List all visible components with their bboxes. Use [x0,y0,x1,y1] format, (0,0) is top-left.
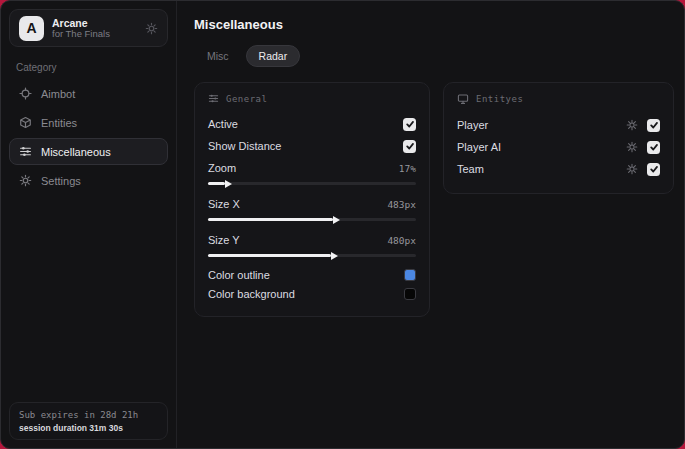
page-title: Miscellaneous [194,17,674,32]
sidebar-item-label: Entities [41,117,77,129]
gear-icon [19,174,32,187]
gear-icon[interactable] [145,22,158,35]
sidebar-item-label: Miscellaneous [41,146,111,158]
active-checkbox[interactable] [403,118,416,131]
size-y-value: 480px [387,235,416,246]
sidebar-item-label: Aimbot [41,88,75,100]
show-distance-checkbox[interactable] [403,140,416,153]
app-name: Arcane [52,17,110,29]
cube-icon [19,116,32,129]
color-outline-swatch[interactable] [404,269,416,281]
crosshair-icon [19,87,32,100]
setting-label: Show Distance [208,140,281,152]
sidebar-item-entities[interactable]: Entities [9,109,168,136]
brand-card: A Arcane for The Finals [9,9,168,47]
sliders-icon [19,145,32,158]
player-ai-checkbox[interactable] [647,141,660,154]
sliders-icon [208,93,219,104]
setting-row-color-background: Color background [208,284,416,303]
size-x-value: 483px [387,199,416,210]
setting-row-color-outline: Color outline [208,265,416,284]
slider-thumb[interactable] [331,252,338,260]
sidebar-item-aimbot[interactable]: Aimbot [9,80,168,107]
entity-row-player: Player [457,114,660,136]
entity-label: Player [457,119,488,131]
monitor-icon [457,93,469,105]
color-background-swatch[interactable] [404,288,416,300]
sidebar-item-miscellaneous[interactable]: Miscellaneous [9,138,168,165]
app-subtitle: for The Finals [52,29,110,40]
setting-row-size-x: Size X 483px [208,193,416,215]
size-x-slider[interactable] [208,218,416,221]
entity-row-player-ai: Player AI [457,136,660,158]
sidebar-item-label: Settings [41,175,81,187]
gear-icon[interactable] [626,119,638,131]
sidebar: A Arcane for The Finals Category Aimbot … [1,1,177,448]
gear-icon[interactable] [626,163,638,175]
general-panel: General Active Show Distance Zoom [194,82,430,317]
entities-panel: Entityes Player Player AI [443,82,674,194]
setting-label: Size Y [208,234,240,246]
setting-label: Zoom [208,162,236,174]
tab-radar[interactable]: Radar [246,45,301,67]
size-y-slider[interactable] [208,254,416,257]
setting-row-active: Active [208,113,416,135]
panel-title: General [226,94,267,104]
panel-title: Entityes [476,94,523,104]
tab-bar: Misc Radar [194,45,674,67]
setting-label: Color outline [208,269,270,281]
general-panel-header: General [208,93,416,104]
app-window: A Arcane for The Finals Category Aimbot … [0,0,685,449]
session-duration-text: session duration 31m 30s [19,423,158,433]
entities-panel-header: Entityes [457,93,660,105]
tab-misc[interactable]: Misc [194,45,242,67]
slider-thumb[interactable] [333,216,340,224]
setting-row-zoom: Zoom 17% [208,157,416,179]
setting-row-size-y: Size Y 480px [208,229,416,251]
player-checkbox[interactable] [647,119,660,132]
zoom-value: 17% [399,163,416,174]
entity-row-team: Team [457,158,660,180]
slider-thumb[interactable] [225,180,232,188]
setting-row-show-distance: Show Distance [208,135,416,157]
sidebar-item-settings[interactable]: Settings [9,167,168,194]
gear-icon[interactable] [626,141,638,153]
setting-label: Active [208,118,238,130]
team-checkbox[interactable] [647,163,660,176]
setting-label: Size X [208,198,240,210]
app-logo: A [19,16,44,41]
sub-expiry-text: Sub expires in 28d 21h [19,410,158,420]
zoom-slider[interactable] [208,182,416,185]
entity-label: Team [457,163,484,175]
entity-label: Player AI [457,141,501,153]
main-content: Miscellaneous Misc Radar General Active [177,1,685,448]
category-label: Category [16,62,161,73]
subscription-status-card: Sub expires in 28d 21h session duration … [9,402,168,440]
setting-label: Color background [208,288,295,300]
